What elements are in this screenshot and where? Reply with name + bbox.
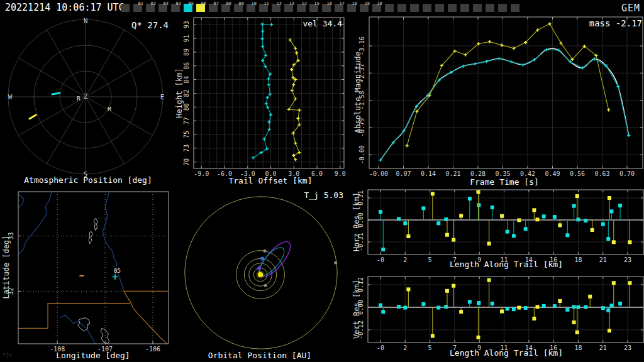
svg-text:N: N bbox=[84, 17, 88, 25]
terrain-outline-0 bbox=[94, 218, 97, 230]
planet-mars bbox=[264, 250, 267, 253]
frame-box-03[interactable]: 03 bbox=[158, 4, 167, 12]
frame-box[interactable] bbox=[473, 4, 482, 12]
smooth-fit-curve bbox=[380, 48, 629, 160]
frame-box-17[interactable]: 17 bbox=[335, 4, 343, 12]
svg-text:0.21: 0.21 bbox=[445, 170, 460, 177]
svg-text:W: W bbox=[8, 93, 13, 101]
svg-text:0.56: 0.56 bbox=[570, 170, 585, 177]
frame-box-01[interactable]: 01 bbox=[133, 4, 142, 12]
atmospheric-position-canvas: NSWERZM bbox=[0, 16, 182, 189]
border-0 bbox=[124, 291, 169, 345]
frame-box[interactable] bbox=[435, 4, 444, 12]
frame-box-12[interactable]: 12 bbox=[272, 4, 280, 12]
planet-jupiter bbox=[334, 261, 337, 265]
frame-box-15[interactable]: 15 bbox=[309, 4, 318, 12]
frame-box-label: 05 bbox=[189, 1, 194, 6]
frame-box-label: 03 bbox=[164, 1, 169, 6]
svg-text:2: 2 bbox=[403, 344, 407, 351]
frame-box[interactable] bbox=[423, 4, 431, 12]
frame-box-14[interactable]: 14 bbox=[297, 4, 306, 12]
height-ylabel: Height [km] bbox=[175, 68, 184, 118]
svg-text:-0: -0 bbox=[377, 256, 384, 263]
svg-text:82: 82 bbox=[183, 89, 190, 97]
frame-box-label: 13 bbox=[289, 1, 294, 6]
atmospheric-caption: Atmospheric Position [deg] bbox=[24, 175, 152, 185]
frame-box-label: 14 bbox=[302, 1, 307, 6]
frame-box-label: 10 bbox=[252, 1, 257, 6]
terrain-outline-2 bbox=[78, 318, 90, 331]
meteor-trail-station-05 bbox=[52, 93, 60, 94]
svg-text:77: 77 bbox=[183, 117, 190, 124]
horz-res-ylabel: Horz Res [km] bbox=[352, 192, 361, 251]
atmospheric-position-panel: NSWERZM bbox=[0, 16, 182, 189]
terrain-outline-1 bbox=[89, 231, 92, 243]
frame-box-18[interactable]: 18 bbox=[347, 4, 356, 12]
frame-box-label: 06 bbox=[201, 1, 206, 6]
svg-text:M: M bbox=[108, 106, 111, 112]
svg-text:0.49: 0.49 bbox=[545, 170, 560, 177]
svg-text:18: 18 bbox=[574, 256, 582, 263]
frame-box-11[interactable]: 11 bbox=[259, 4, 268, 12]
frame-box-label: 12 bbox=[277, 1, 282, 6]
datetime-display: 20221214 10:06:17 UTC bbox=[5, 2, 125, 13]
frame-box-label: 07 bbox=[214, 1, 219, 6]
frame-box-label: 17 bbox=[340, 1, 345, 6]
frame-box-label: 08 bbox=[226, 1, 231, 6]
frame-box-13[interactable]: 13 bbox=[284, 4, 293, 12]
svg-text:9.0: 9.0 bbox=[335, 170, 346, 177]
mass-readout: mass -2.17 bbox=[589, 18, 642, 28]
frame-box[interactable] bbox=[410, 4, 419, 12]
horz-res-xlabel: Length Along Trail [km] bbox=[450, 260, 563, 269]
river-3 bbox=[60, 315, 95, 344]
frame-box-04[interactable]: 04 bbox=[171, 4, 180, 12]
frame-box[interactable] bbox=[498, 4, 507, 12]
horz-res-panel: -025791114161821230.310.00-0.31 bbox=[349, 182, 644, 270]
frame-box[interactable] bbox=[448, 4, 457, 12]
series-station-05 bbox=[379, 48, 630, 162]
svg-text:21: 21 bbox=[599, 344, 607, 351]
svg-text:0.63: 0.63 bbox=[594, 170, 609, 177]
svg-text:-0.00: -0.00 bbox=[369, 170, 388, 177]
tisserand-readout: T_j 5.03 bbox=[304, 190, 343, 200]
frame-box-16[interactable]: 16 bbox=[322, 4, 331, 12]
frame-box-02[interactable]: 02 bbox=[146, 4, 155, 12]
frame-box-19[interactable]: 19 bbox=[360, 4, 369, 12]
border-2 bbox=[18, 304, 130, 329]
svg-text:R: R bbox=[77, 96, 80, 102]
svg-text:73: 73 bbox=[183, 145, 190, 152]
vert-res-xlabel: Length Along Trail [km] bbox=[450, 348, 563, 358]
map-frame bbox=[18, 192, 169, 344]
frame-box-label: 02 bbox=[151, 1, 156, 6]
frame-box[interactable] bbox=[460, 4, 469, 12]
frame-box-label: 09 bbox=[239, 1, 244, 6]
trail_offset-ticks: -9.0-6.0-3.00.03.06.09.07073757780828486… bbox=[183, 18, 346, 177]
q-star-readout: Q* 27.4 bbox=[131, 20, 169, 30]
frame-box-label: 19 bbox=[365, 1, 370, 6]
frame-box-09[interactable]: 09 bbox=[234, 4, 243, 12]
frame-box[interactable] bbox=[385, 4, 394, 12]
frame-box-label: 04 bbox=[176, 1, 181, 6]
svg-text:0.70: 0.70 bbox=[619, 170, 635, 177]
planet-venus bbox=[264, 284, 267, 287]
frame-box-05[interactable]: 05 bbox=[184, 4, 192, 12]
svg-text:2: 2 bbox=[403, 256, 407, 263]
frame-box[interactable] bbox=[397, 4, 406, 12]
frame-box-10[interactable]: 10 bbox=[247, 4, 255, 12]
svg-text:0.14: 0.14 bbox=[421, 170, 436, 177]
frame-box[interactable] bbox=[511, 4, 519, 12]
frame-box-07[interactable]: 07 bbox=[209, 4, 218, 12]
svg-text:-9.0: -9.0 bbox=[194, 170, 209, 177]
frame-box-20[interactable]: 20 bbox=[372, 4, 381, 12]
orbital-position-canvas bbox=[177, 187, 345, 362]
frame-box[interactable] bbox=[121, 4, 130, 12]
horz-res-canvas: -025791114161821230.310.00-0.31 bbox=[349, 182, 644, 270]
light-curve-canvas: -0.000.070.140.210.280.350.420.490.560.6… bbox=[349, 16, 644, 187]
trail-offset-canvas: -9.0-6.0-3.00.03.06.09.07073757780828486… bbox=[176, 16, 358, 187]
frame-box-06[interactable]: 06 bbox=[196, 4, 205, 12]
frame-box-08[interactable]: 08 bbox=[221, 4, 230, 12]
frame-time-xlabel: Frame Time [s] bbox=[470, 177, 539, 187]
frame-box[interactable] bbox=[486, 4, 494, 12]
svg-text:-0: -0 bbox=[377, 344, 384, 351]
series-station-05 bbox=[379, 197, 622, 251]
